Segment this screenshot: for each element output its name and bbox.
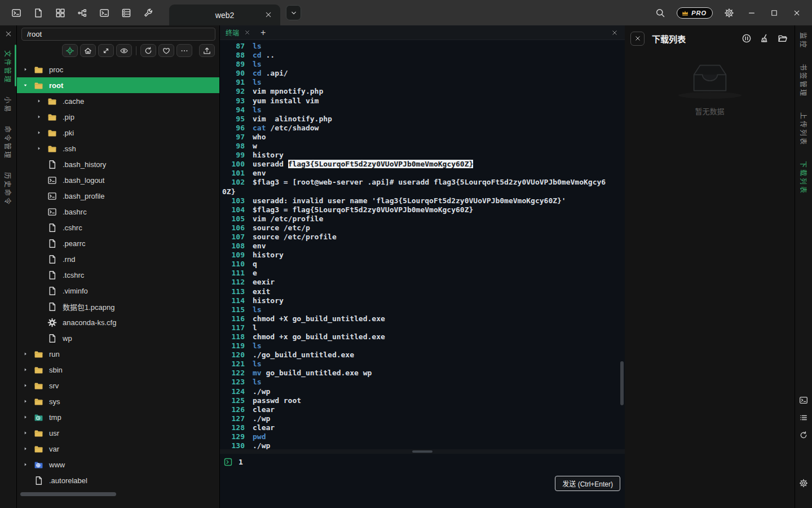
arrow-right-icon[interactable] [21, 398, 29, 404]
session-tab-close-button[interactable] [264, 11, 272, 19]
upload-button[interactable] [199, 44, 215, 57]
terminal-tab-close-button[interactable] [244, 29, 250, 36]
eye-button[interactable] [116, 44, 132, 57]
arrow-right-icon[interactable] [21, 462, 29, 467]
tree-item[interactable]: usr [17, 425, 219, 441]
tree-item[interactable]: run [17, 346, 219, 362]
tree-item[interactable]: .viminfo [17, 283, 219, 299]
heart-button[interactable] [158, 44, 174, 57]
minimize-window-button[interactable] [745, 7, 758, 19]
resize-handle[interactable] [412, 450, 433, 453]
search-button[interactable] [654, 7, 667, 19]
tree-item[interactable]: 数据包1.pcapng [17, 299, 219, 314]
path-input[interactable] [21, 28, 215, 41]
arrow-right-icon[interactable] [21, 446, 29, 452]
terminal-window-button[interactable] [10, 7, 23, 19]
tree-item[interactable]: .pearrc [17, 235, 219, 251]
arrow-right-icon[interactable] [35, 114, 43, 120]
arrow-right-icon[interactable] [35, 146, 43, 151]
tree-item[interactable]: sbin [17, 362, 219, 378]
maximize-window-button[interactable] [768, 7, 780, 19]
tree-item[interactable]: tmp [17, 409, 219, 425]
tree-item[interactable]: .bash_logout [17, 172, 219, 188]
arrow-right-icon[interactable] [21, 367, 29, 373]
arrow-right-icon[interactable] [21, 383, 29, 388]
sitemap-button[interactable] [76, 7, 89, 19]
tree-item[interactable]: .tcshrc [17, 267, 219, 283]
tree-item[interactable]: wp [17, 330, 219, 346]
tree-item[interactable]: sys [17, 393, 219, 409]
pro-badge[interactable]: PRO [677, 7, 713, 19]
tree-item[interactable]: proc [17, 62, 219, 77]
session-tab-web2[interactable]: web2 [169, 5, 280, 25]
line-number: 109 [222, 251, 245, 260]
tree-item[interactable]: .pki [17, 125, 219, 141]
arrow-right-icon[interactable] [21, 430, 29, 436]
settings-button[interactable] [723, 7, 735, 19]
inbox-empty-icon [683, 62, 737, 95]
tree-item[interactable]: .cache [17, 93, 219, 109]
command-input-area[interactable]: 1 发送 (Ctrl+Enter) [220, 454, 625, 508]
open-folder-button[interactable] [778, 33, 788, 43]
arrow-right-icon[interactable] [21, 67, 29, 72]
command-text: vim /etc/profile [253, 214, 323, 223]
arrow-right-icon[interactable] [21, 414, 29, 420]
wrench-button[interactable] [142, 7, 155, 19]
tree-item[interactable]: root [17, 77, 219, 93]
right-rail-tab-bookmark-manager[interactable]: 书签管理 [799, 64, 809, 98]
tree-item[interactable]: .pip [17, 109, 219, 125]
tree-item[interactable]: srv [17, 378, 219, 393]
right-rail-tab-monitor[interactable]: 监控 [799, 32, 809, 49]
collapse-file-panel-button[interactable] [5, 30, 12, 38]
tab-list-dropdown-button[interactable] [286, 5, 301, 20]
local-terminal-button[interactable] [98, 7, 111, 19]
left-rail-tab-xiaoyi[interactable]: 小易 [3, 97, 13, 113]
terminal-tab[interactable]: 终端 [220, 28, 256, 37]
left-rail-tab-command-manager[interactable]: 命令管理 [3, 126, 13, 160]
arrow-right-icon[interactable] [35, 98, 43, 104]
list-rail-button[interactable] [799, 413, 809, 422]
new-file-button[interactable] [32, 7, 45, 19]
gear-rail-button[interactable] [799, 478, 809, 488]
tree-item[interactable]: .bash_history [17, 156, 219, 172]
tree-item[interactable]: .ssh [17, 141, 219, 156]
tree-item[interactable]: www [17, 457, 219, 472]
terminal-output[interactable]: 87ls88cd ..89ls90cd .api/91ls92vim mpnot… [220, 40, 625, 449]
more-icon [180, 46, 189, 55]
horizontal-scrollbar-thumb[interactable] [20, 492, 116, 496]
pause-circle-button[interactable] [742, 33, 752, 43]
tree-item[interactable]: .bashrc [17, 204, 219, 220]
file-icon [47, 334, 57, 343]
refresh-button[interactable] [140, 44, 156, 57]
tree-item[interactable]: .cshrc [17, 220, 219, 235]
send-button[interactable]: 发送 (Ctrl+Enter) [555, 476, 620, 491]
terminal-input-resize-divider[interactable] [220, 449, 625, 454]
close-download-panel-button[interactable] [630, 32, 645, 46]
right-rail-tab-download-list[interactable]: 下载列表 [799, 161, 809, 195]
close-window-button[interactable] [791, 7, 803, 19]
tree-item[interactable]: anaconda-ks.cfg [17, 314, 219, 330]
arrow-down-icon[interactable] [21, 82, 29, 88]
right-rail-tab-upload-list[interactable]: 上传列表 [799, 112, 809, 146]
tree-item[interactable]: .autorelabel [17, 472, 219, 488]
left-rail-tab-history-commands[interactable]: 历史命令 [3, 172, 13, 206]
file-tree[interactable]: procroot.cache.pip.pki.ssh.bash_history.… [17, 62, 219, 491]
locate-button[interactable] [62, 44, 78, 57]
tree-item[interactable]: .rnd [17, 251, 219, 267]
more-button[interactable] [176, 44, 192, 57]
new-terminal-tab-button[interactable]: + [261, 28, 266, 37]
tree-item[interactable]: var [17, 441, 219, 457]
terminal-scrollbar-thumb[interactable] [620, 361, 624, 405]
arrow-right-icon[interactable] [35, 130, 43, 135]
server-list-button[interactable] [120, 7, 133, 19]
diagonal-arrows-button[interactable] [98, 44, 114, 57]
grid-button[interactable] [54, 7, 67, 19]
terminal-window-rail-button[interactable] [799, 395, 809, 405]
close-terminal-area-button[interactable] [611, 29, 618, 36]
tree-item[interactable]: .bash_profile [17, 188, 219, 204]
refresh-rail-button[interactable] [799, 430, 809, 440]
home-button[interactable] [80, 44, 96, 57]
clean-button[interactable] [760, 33, 770, 43]
arrow-right-icon[interactable] [21, 351, 29, 357]
left-rail-tab-file-manager[interactable]: 文件管理 [3, 50, 13, 84]
